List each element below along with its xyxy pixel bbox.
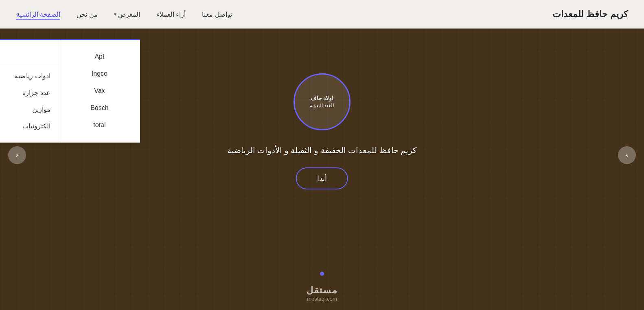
- carousel-next-button[interactable]: ›: [618, 146, 636, 164]
- logo-circle-inner: اولاد حاف للعدد اليدوية: [294, 73, 350, 130]
- nav-item-home[interactable]: الصفحة الرائسية: [16, 11, 60, 18]
- hero-content: كريم حافظ للمعدات الخفيفة و الثقيلة و ال…: [227, 145, 417, 189]
- watermark-sub: mostaql.com: [307, 296, 338, 302]
- watermark-text: مستقل: [307, 285, 338, 296]
- hero-subtitle: كريم حافظ للمعدات الخفيفة و الثقيلة و ال…: [227, 145, 417, 155]
- main-nav: كريم حافظ للمعدات تواصل معنا أراء العملا…: [0, 0, 644, 29]
- nav-item-customers[interactable]: أراء العملاء: [156, 11, 186, 18]
- section-title-label: العلامات التجارية: [0, 48, 59, 64]
- watermark: مستقل mostaql.com: [307, 285, 338, 302]
- nav-item-about[interactable]: من نحن: [77, 11, 97, 18]
- chevron-down-icon: ▾: [114, 11, 116, 17]
- brand-apt[interactable]: Apt: [59, 48, 140, 65]
- nav-item-contact[interactable]: تواصل معنا: [202, 11, 232, 18]
- carousel-dot[interactable]: [320, 272, 324, 276]
- category-electronics[interactable]: الكترونيات: [0, 118, 59, 134]
- brand-bosch[interactable]: Bosch: [59, 99, 140, 117]
- hero-section: كريم حافظ للمعدات تواصل معنا أراء العملا…: [0, 0, 644, 310]
- brand-total[interactable]: total: [59, 117, 140, 134]
- nav-item-showroom[interactable]: المعرض ▾ Apt Ingco Vax Bosch total: [114, 11, 140, 18]
- site-logo: كريم حافظ للمعدات: [552, 9, 628, 20]
- nav-links: تواصل معنا أراء العملاء المعرض ▾ Apt Ing…: [16, 11, 232, 18]
- dot-indicator: [320, 270, 324, 277]
- logo-circle-text: اولاد حاف للعدد اليدوية: [306, 90, 338, 113]
- brand-vax[interactable]: Vax: [59, 82, 140, 99]
- category-sports[interactable]: ادوات رياضية: [0, 68, 59, 84]
- hero-cta-button[interactable]: أبدا: [296, 167, 348, 189]
- category-butchery[interactable]: عدد جزارة: [0, 84, 59, 101]
- dropdown-brands: Apt Ingco Vax Bosch total: [59, 40, 140, 143]
- carousel-prev-button[interactable]: ‹: [8, 146, 26, 164]
- category-scales[interactable]: موازين: [0, 101, 59, 118]
- dropdown-categories: العلامات التجارية ادوات رياضية عدد جزارة…: [0, 40, 59, 143]
- logo-circle: اولاد حاف للعدد اليدوية: [294, 73, 350, 130]
- dropdown-menu: Apt Ingco Vax Bosch total العلامات التجا…: [0, 39, 140, 143]
- brand-ingco[interactable]: Ingco: [59, 65, 140, 82]
